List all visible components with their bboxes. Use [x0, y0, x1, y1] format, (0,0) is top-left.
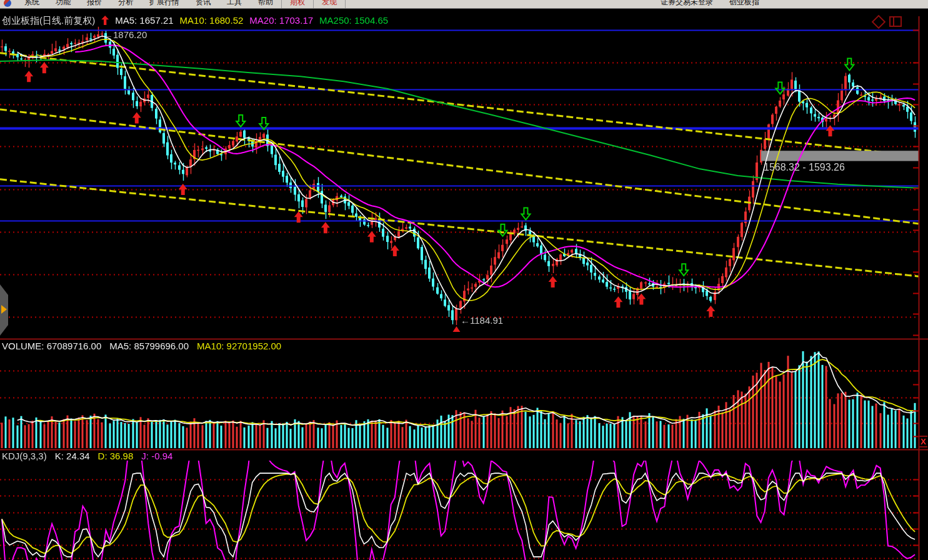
- menu-help[interactable]: 帮助: [250, 0, 281, 8]
- trading-app-window: 系统 功能 报价 分析 扩展行情 资讯 工具 帮助 期权 发现 证券交易未登录 …: [0, 0, 928, 560]
- current-symbol[interactable]: 创业板指: [729, 0, 759, 8]
- close-indicator-button[interactable]: X: [919, 436, 927, 448]
- ma20-value: MA20: 1703.17: [249, 15, 313, 27]
- kdj-d-value: D: 36.98: [98, 451, 134, 461]
- menu-tools[interactable]: 工具: [219, 0, 250, 8]
- chart-canvas[interactable]: [0, 0, 928, 560]
- ma250-value: MA250: 1504.65: [319, 15, 388, 27]
- menu-function[interactable]: 功能: [47, 0, 79, 8]
- menu-extended[interactable]: 扩展行情: [141, 0, 187, 8]
- kdj-pane-header: KDJ(9,3,3) K: 24.34 D: 36.98 J: -0.94: [2, 451, 172, 461]
- peak-price-label: ←1876.20: [104, 29, 147, 40]
- main-pane-header: 创业板指(日线.前复权) MA5: 1657.21 MA10: 1680.52 …: [2, 15, 388, 27]
- volume-pane-header: VOLUME: 67089716.00 MA5: 85799696.00 MA1…: [2, 341, 281, 351]
- menu-bar: 系统 功能 报价 分析 扩展行情 资讯 工具 帮助 期权 发现 证券交易未登录 …: [0, 0, 928, 9]
- volume-ma5-value: MA5: 85799696.00: [109, 341, 189, 351]
- gap-range-label: 1568.32 - 1593.26: [764, 162, 845, 173]
- ma5-value: MA5: 1657.21: [115, 15, 173, 27]
- kdj-j-value: J: -0.94: [141, 451, 172, 461]
- kdj-label[interactable]: KDJ(9,3,3): [2, 451, 47, 461]
- up-arrow-icon: [101, 16, 109, 25]
- ma10-value: MA10: 1680.52: [180, 15, 244, 27]
- window-split-icon[interactable]: [889, 16, 902, 27]
- diamond-icon[interactable]: [872, 14, 886, 29]
- menu-quotes[interactable]: 报价: [79, 0, 110, 8]
- pane-corner-controls: [874, 16, 902, 27]
- menu-system[interactable]: 系统: [16, 0, 47, 8]
- volume-ma10-value: MA10: 92701952.00: [197, 341, 281, 351]
- menu-analysis[interactable]: 分析: [110, 0, 141, 8]
- menu-options[interactable]: 期权: [281, 0, 313, 8]
- symbol-title[interactable]: 创业板指(日线.前复权): [2, 15, 95, 27]
- low-price-label: ←1184.91: [461, 315, 503, 326]
- kdj-k-value: K: 24.34: [55, 451, 90, 461]
- login-status[interactable]: 证券交易未登录: [661, 0, 713, 8]
- app-logo-icon: [4, 0, 11, 7]
- expand-arrow-icon: [1, 305, 7, 314]
- menu-discover[interactable]: 发现: [313, 0, 346, 8]
- volume-value: VOLUME: 67089716.00: [2, 341, 101, 351]
- menu-news[interactable]: 资讯: [187, 0, 219, 8]
